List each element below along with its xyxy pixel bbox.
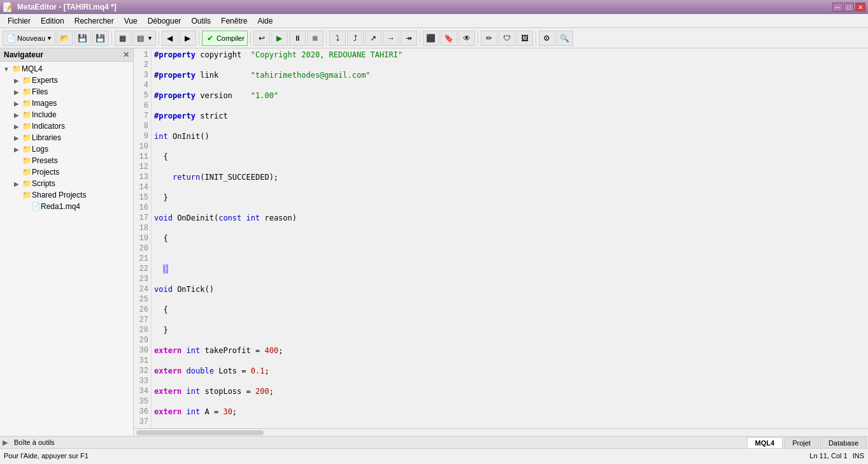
status-help-text: Pour l'Aide, appuyer sur F1 xyxy=(4,452,89,460)
settings-icon: ⚙ xyxy=(542,33,552,43)
pause-icon: ⏸ xyxy=(292,33,302,43)
nav-label-libraries: Libraries xyxy=(32,133,61,142)
settings-button[interactable]: ⚙ xyxy=(539,31,555,46)
code-line-6: { xyxy=(154,152,865,162)
view2-button[interactable]: ▤ ▼ xyxy=(132,31,156,46)
code-content[interactable]: #property copyright "Copyright 2020, RED… xyxy=(152,48,868,428)
shield-button[interactable]: 🛡 xyxy=(499,31,515,46)
nav-item-libraries[interactable]: ▶ 📁 Libraries xyxy=(0,132,133,143)
nav-item-include[interactable]: ▶ 📁 Include xyxy=(0,109,133,120)
separator6 xyxy=(420,31,420,45)
new-icon: 📄 xyxy=(6,33,16,43)
status-right: Ln 11, Col 1 INS xyxy=(809,452,864,460)
search-button[interactable]: 🔍 xyxy=(557,31,573,46)
line-num-13: 13 xyxy=(136,172,148,182)
line-num-3: 3 xyxy=(136,70,148,80)
menu-edition[interactable]: Edition xyxy=(36,15,69,27)
code-line-9: void OnDeinit(const int reason) xyxy=(154,213,865,223)
line-num-33: 33 xyxy=(136,376,148,386)
watch-icon: 👁 xyxy=(462,33,472,43)
nav-item-experts[interactable]: ▶ 📁 Experts xyxy=(0,75,133,86)
toolbox-toggle[interactable]: ▶ xyxy=(0,437,10,448)
menu-aide[interactable]: Aide xyxy=(252,15,278,27)
expand-scripts-icon: ▶ xyxy=(11,178,22,189)
goto2-icon: ↠ xyxy=(404,33,414,43)
image-icon: 🖼 xyxy=(520,33,530,43)
line-num-7: 7 xyxy=(136,111,148,121)
breakpoint2-button[interactable]: 🔖 xyxy=(441,31,457,46)
menu-vue[interactable]: Vue xyxy=(119,15,143,27)
open-button[interactable]: 📂 xyxy=(57,31,73,46)
watch-button[interactable]: 👁 xyxy=(459,31,475,46)
breakpoint-button[interactable]: ⬛ xyxy=(423,31,439,46)
nav-back-icon: ◀ xyxy=(165,33,175,43)
nav-forward-button[interactable]: ▶ xyxy=(180,31,196,46)
nav-item-indicators[interactable]: ▶ 📁 Indicators xyxy=(0,120,133,132)
nav-item-presets[interactable]: 📁 Presets xyxy=(0,155,133,166)
compile-icon: ✔ xyxy=(205,33,215,43)
menu-deboger[interactable]: Déboguer xyxy=(143,15,187,27)
menu-rechercher[interactable]: Rechercher xyxy=(69,15,119,27)
hscroll-thumb[interactable] xyxy=(136,430,264,435)
stop-button[interactable]: ⏹ xyxy=(307,31,324,46)
tab-mql4[interactable]: MQL4 xyxy=(747,437,783,448)
step-in-button[interactable]: ⤵ xyxy=(329,31,346,46)
nav-item-files[interactable]: ▶ 📁 Files xyxy=(0,86,133,98)
maximize-button[interactable]: □ xyxy=(844,3,854,11)
tab-projet[interactable]: Projet xyxy=(784,437,819,448)
line-numbers: 1 2 3 4 5 6 7 8 9 10 11 12 13 14 15 16 1… xyxy=(134,48,152,428)
open-icon: 📂 xyxy=(60,33,70,43)
folder-projects-icon: 📁 xyxy=(22,167,32,177)
pause-button[interactable]: ⏸ xyxy=(289,31,306,46)
code-line-13: void OnTick() xyxy=(154,284,865,294)
code-line-10: { xyxy=(154,233,865,243)
tab-database[interactable]: Database xyxy=(820,437,867,448)
edit-button[interactable]: ✏ xyxy=(481,31,497,46)
menu-fenetre[interactable]: Fenêtre xyxy=(216,15,252,27)
line-num-1: 1 xyxy=(136,50,148,60)
step-over-button[interactable]: ⤴ xyxy=(347,31,364,46)
nav-item-scripts[interactable]: ▶ 📁 Scripts xyxy=(0,178,133,189)
image-button[interactable]: 🖼 xyxy=(516,31,533,46)
nav-back-button[interactable]: ◀ xyxy=(162,31,178,46)
nav-item-reda1[interactable]: 📄 Reda1.mq4 xyxy=(0,201,133,212)
status-bar: Pour l'Aide, appuyer sur F1 Ln 11, Col 1… xyxy=(0,448,868,462)
menu-fichier[interactable]: Fichier xyxy=(3,15,36,27)
folder-images-icon: 📁 xyxy=(22,98,32,108)
nav-item-logs[interactable]: ▶ 📁 Logs xyxy=(0,143,133,155)
play-button[interactable]: ▶ xyxy=(271,31,288,46)
goto-button[interactable]: → xyxy=(383,31,399,46)
step-out-button[interactable]: ↗ xyxy=(365,31,381,46)
menu-outils[interactable]: Outils xyxy=(186,15,216,27)
navigator-close-button[interactable]: ✕ xyxy=(123,50,129,59)
save-button[interactable]: 💾 xyxy=(75,31,91,46)
folder-libraries-icon: 📁 xyxy=(22,133,32,143)
compile-button[interactable]: ✔ Compiler xyxy=(202,31,248,46)
editor-scroll[interactable]: 1 2 3 4 5 6 7 8 9 10 11 12 13 14 15 16 1… xyxy=(134,48,868,428)
line-num-9: 9 xyxy=(136,131,148,141)
folder-indicators-icon: 📁 xyxy=(22,121,32,131)
status-mode: INS xyxy=(853,452,864,460)
goto2-button[interactable]: ↠ xyxy=(401,31,417,46)
close-button[interactable]: ✕ xyxy=(855,3,865,11)
nav-item-projects[interactable]: 📁 Projects xyxy=(0,166,133,178)
view1-button[interactable]: ▦ xyxy=(115,31,131,46)
line-num-28: 28 xyxy=(136,325,148,335)
minimize-button[interactable]: ─ xyxy=(832,3,843,11)
code-line-7: return(INIT_SUCCEEDED); xyxy=(154,172,865,182)
nav-item-mql4[interactable]: ▼ 📁 MQL4 xyxy=(0,63,133,75)
line-num-8: 8 xyxy=(136,121,148,131)
new-button[interactable]: 📄 Nouveau ▼ xyxy=(3,31,55,46)
line-num-12: 12 xyxy=(136,162,148,172)
nav-label-shared: Shared Projects xyxy=(32,191,86,199)
back-icon: ↩ xyxy=(257,33,267,43)
code-line-3: #property version "1.00" xyxy=(154,91,865,101)
nav-item-images[interactable]: ▶ 📁 Images xyxy=(0,98,133,109)
code-line-5: int OnInit() xyxy=(154,131,865,141)
nav-label-presets: Presets xyxy=(32,156,58,165)
nav-item-shared[interactable]: 📁 Shared Projects xyxy=(0,189,133,201)
horizontal-scrollbar[interactable] xyxy=(134,428,868,436)
save-all-button[interactable]: 💾 xyxy=(92,31,109,46)
back-button[interactable]: ↩ xyxy=(253,31,270,46)
status-position: Ln 11, Col 1 xyxy=(809,452,847,460)
